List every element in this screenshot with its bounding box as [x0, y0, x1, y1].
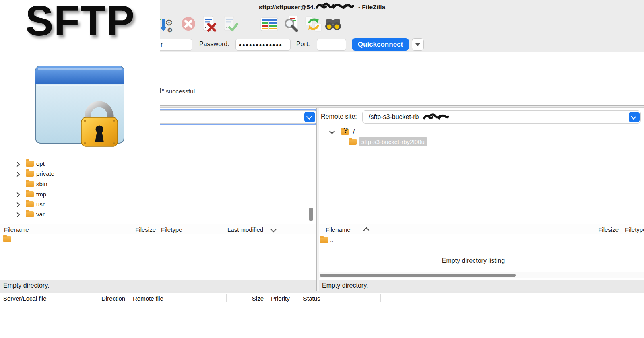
- port-label: Port:: [296, 41, 310, 48]
- local-status-bar: Empty directory.: [0, 280, 316, 291]
- tree-item-label: private: [36, 170, 54, 177]
- log-text-sliver: [160, 88, 161, 93]
- folder-icon: [26, 181, 34, 187]
- remote-status-bar: Empty directory.: [319, 280, 644, 291]
- parent-dir-label: ..: [330, 237, 333, 243]
- sftp-logo-overlay: SFTP: [0, 0, 160, 159]
- local-tree-row-var[interactable]: var: [0, 210, 314, 220]
- reconnect-button[interactable]: [222, 15, 240, 34]
- expander-chevron-icon[interactable]: [329, 128, 335, 134]
- remote-site-combo[interactable]: /sftp-s3-bucket-rb: [362, 110, 641, 124]
- svg-text:⚙: ⚙: [167, 27, 173, 33]
- remote-column-filename[interactable]: Filename: [326, 226, 351, 233]
- queue-body: [0, 303, 644, 338]
- parent-dir-label: ..: [13, 236, 16, 243]
- remote-site-redaction-scribble: [423, 113, 450, 121]
- expander-chevron-icon[interactable]: [14, 202, 20, 208]
- selected-folder-label: sftp-s3-bucket-rby2l00u: [359, 137, 427, 146]
- synchronized-browsing-icon: [304, 15, 323, 34]
- local-tree-row-private[interactable]: private: [0, 169, 314, 179]
- disconnect-icon: [201, 15, 219, 34]
- remote-root-label: /: [353, 128, 355, 135]
- synchronized-browsing-button[interactable]: [304, 15, 322, 34]
- remote-tree-edge: [640, 125, 640, 224]
- tree-item-label: var: [36, 211, 45, 218]
- sftp-logo-text: SFTP: [0, 0, 160, 45]
- directory-comparison-button[interactable]: [260, 15, 278, 34]
- directory-comparison-icon: [260, 15, 279, 34]
- local-column-filename[interactable]: Filename: [4, 226, 29, 233]
- window-title-suffix: - FileZilla: [358, 4, 385, 10]
- remote-column-filetype[interactable]: Filetype: [625, 226, 644, 233]
- window-title-prefix: sftp://sftpuser@54.: [259, 4, 315, 10]
- queue-header-row: [0, 293, 644, 303]
- local-site-dropdown-button[interactable]: [304, 112, 315, 122]
- remote-tree: ? / sftp-s3-bucket-rby2l00u: [319, 126, 640, 224]
- local-parent-dir-row[interactable]: ..: [0, 235, 316, 245]
- cancel-icon: [180, 15, 198, 34]
- queue-column-remote-file[interactable]: Remote file: [133, 295, 163, 302]
- find-files-button[interactable]: [324, 15, 342, 34]
- disconnect-button[interactable]: [201, 15, 219, 34]
- expander-chevron-icon[interactable]: [14, 192, 20, 198]
- question-badge: ?: [343, 126, 348, 135]
- binoculars-icon: [324, 15, 342, 34]
- password-mask-dots: •••••••••••••: [239, 39, 283, 51]
- file-search-icon: [283, 15, 300, 34]
- remote-status-text: Empty directory.: [322, 282, 368, 289]
- chevron-down-icon: [631, 114, 636, 120]
- vertical-panel-splitter[interactable]: [316, 108, 319, 291]
- folder-icon: [349, 139, 357, 145]
- tree-item-label: usr: [36, 201, 45, 208]
- remote-hscrollbar-thumb[interactable]: [320, 274, 516, 277]
- empty-directory-listing-message: Empty directory listing: [319, 257, 627, 264]
- local-tree-row-tmp[interactable]: tmp: [0, 190, 314, 200]
- remote-column-filesize[interactable]: Filesize: [580, 226, 619, 233]
- local-column-filetype[interactable]: Filetype: [161, 226, 182, 233]
- port-input[interactable]: [317, 39, 346, 51]
- file-list-header-row: [0, 224, 644, 234]
- local-tree-scrollbar-thumb[interactable]: [309, 208, 313, 221]
- folder-icon: [26, 191, 34, 197]
- expander-chevron-icon[interactable]: [14, 161, 20, 167]
- local-status-text: Empty directory.: [3, 282, 49, 289]
- queue-column-size[interactable]: Size: [231, 295, 264, 302]
- folder-icon: [26, 161, 34, 167]
- queue-column-status[interactable]: Status: [303, 295, 320, 302]
- title-redaction-scribble: [315, 2, 355, 10]
- dropdown-triangle-icon: [415, 43, 420, 46]
- tree-item-label: tmp: [36, 191, 46, 198]
- folder-icon: [320, 237, 328, 243]
- quickconnect-button[interactable]: Quickconnect: [352, 38, 409, 51]
- remote-tree-root-row[interactable]: ? /: [319, 126, 637, 136]
- queue-column-priority[interactable]: Priority: [271, 295, 290, 302]
- username-value-fragment: r: [161, 41, 163, 48]
- quickconnect-history-dropdown[interactable]: [412, 38, 424, 51]
- reconnect-icon: [222, 15, 240, 34]
- password-input[interactable]: •••••••••••••: [235, 39, 291, 51]
- folder-icon: [26, 211, 34, 217]
- expander-chevron-icon[interactable]: [14, 212, 20, 218]
- queue-column-direction[interactable]: Direction: [101, 295, 125, 302]
- local-tree-row-usr[interactable]: usr: [0, 200, 314, 210]
- cancel-operation-button[interactable]: [180, 15, 198, 34]
- local-column-filesize[interactable]: Filesize: [117, 226, 156, 233]
- remote-hscrollbar-track[interactable]: [319, 272, 644, 278]
- remote-parent-dir-row[interactable]: ..: [319, 236, 640, 245]
- remote-tree-selected-row[interactable]: sftp-s3-bucket-rby2l00u: [319, 136, 637, 146]
- tree-item-label: sbin: [36, 181, 47, 188]
- quickconnect-button-label: Quickconnect: [358, 41, 403, 48]
- local-column-last-modified[interactable]: Last modified: [227, 226, 263, 233]
- remote-site-value: /sftp-s3-bucket-rb: [369, 111, 419, 123]
- remote-site-label: Remote site:: [321, 113, 357, 120]
- folder-icon: [3, 236, 11, 242]
- sftp-folder-lock-icon: [33, 64, 128, 161]
- local-tree-row-sbin[interactable]: sbin: [0, 179, 314, 190]
- queue-column-server-local-file[interactable]: Server/Local file: [3, 295, 47, 302]
- expander-chevron-icon[interactable]: [14, 171, 20, 177]
- file-search-button[interactable]: [283, 15, 300, 34]
- remote-site-dropdown-button[interactable]: [629, 112, 640, 122]
- folder-icon: [26, 201, 34, 207]
- password-label: Password:: [199, 41, 229, 48]
- chevron-down-icon: [306, 114, 312, 120]
